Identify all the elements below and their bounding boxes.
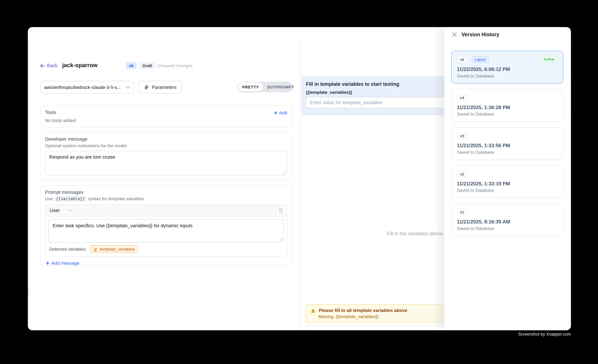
active-badge: Active (540, 56, 557, 63)
version-history-title: Version History (461, 32, 499, 37)
add-message-button[interactable]: Add message (46, 261, 80, 266)
version-id-badge: v4 (457, 94, 467, 101)
latest-badge: Latest (472, 56, 489, 63)
version-saved-status: Saved to Database (457, 74, 558, 78)
parameters-label: Parameters (152, 84, 176, 90)
role-select[interactable]: User (50, 208, 72, 213)
version-timestamp: 11/21/2025, 9:16:39 AM (457, 219, 558, 225)
version-id-badge: v5 (457, 56, 467, 63)
subtitle-suffix: syntax for template variables (88, 196, 144, 201)
detected-variable-name: template_variables (100, 247, 135, 251)
tools-card: Tools Add No tools added (40, 106, 292, 127)
detected-variables-row: Detected variables: template_variables (45, 243, 287, 256)
model-select-value: aws/anthropic/bedrock-claude-3-5-s... (44, 84, 123, 90)
prompt-messages-title: Prompt messages (45, 190, 287, 195)
format-option-pretty[interactable]: PRETTY (238, 82, 263, 91)
version-card-v5[interactable]: v5 Latest Active 11/22/2025, 6:08:12 PM … (451, 51, 563, 83)
prompt-messages-subtitle: Use {{variable}} syntax for template var… (45, 196, 287, 201)
format-toggle: PRETTY DOTPROMPT (237, 82, 293, 92)
detected-variables-label: Detected variables: (49, 247, 87, 251)
drag-handle-icon[interactable] (279, 208, 282, 213)
arrow-left-icon (40, 64, 45, 68)
page-title: jack-sparrow (62, 62, 98, 68)
draft-badge: Draft (140, 62, 155, 69)
prompt-message-block: User Enter task specifics. Use {{templat… (45, 204, 287, 257)
close-icon (452, 32, 457, 37)
watermark: Screenshot by Xnapper.com (518, 332, 571, 336)
add-message-label: Add message (51, 261, 80, 266)
version-history-panel: Version History v5 Latest Active 11/22/2… (444, 27, 571, 330)
variable-syntax-chip: {{variable}} (54, 196, 87, 201)
developer-message-title: Developer message (45, 137, 287, 142)
back-button[interactable]: Back (40, 63, 58, 68)
developer-message-textarea[interactable]: Respond as you are tom cruise (45, 151, 287, 175)
version-badge: v5 (126, 62, 136, 69)
tools-empty-text: No tools added (45, 118, 287, 123)
version-list: v5 Latest Active 11/22/2025, 6:08:12 PM … (451, 51, 563, 241)
role-select-value: User (50, 208, 60, 213)
add-tool-label: Add (279, 110, 287, 116)
back-label: Back (47, 63, 58, 68)
version-card-v3[interactable]: v3 11/21/2025, 1:33:56 PM Saved to Datab… (451, 127, 563, 160)
format-option-dotprompt[interactable]: DOTPROMPT (263, 82, 299, 91)
chevron-down-icon (126, 86, 130, 88)
add-tool-button[interactable]: Add (274, 110, 287, 116)
version-id-badge: v2 (457, 170, 467, 177)
version-timestamp: 11/22/2025, 6:08:12 PM (457, 66, 558, 72)
version-saved-status: Saved to Database (457, 226, 558, 231)
left-edge-accent (28, 287, 29, 298)
version-timestamp: 11/21/2025, 1:33:19 PM (457, 181, 558, 186)
message-textarea[interactable]: Enter task specifics. Use {{template_var… (48, 219, 284, 243)
unsaved-changes-label: Unsaved changes (158, 63, 193, 68)
model-select[interactable]: aws/anthropic/bedrock-claude-3-5-s... (40, 81, 134, 93)
screen: { "colors": { "accent_link": "#2563eb", … (0, 0, 598, 364)
pencil-icon (94, 247, 98, 251)
app-window: Back jack-sparrow v5 Draft Unsaved chang… (28, 27, 571, 330)
prompt-messages-card: Prompt messages Use {{variable}} syntax … (40, 185, 292, 266)
developer-message-subtitle: Optional system instructions for the mod… (45, 143, 287, 148)
chevron-down-icon (69, 209, 72, 212)
version-history-header: Version History (444, 27, 571, 42)
gear-icon (144, 84, 149, 90)
close-button[interactable] (451, 32, 457, 38)
warning-title: Please fill in all template variables ab… (319, 308, 407, 313)
developer-message-card: Developer message Optional system instru… (40, 132, 292, 180)
warning-icon (310, 308, 316, 313)
version-saved-status: Saved to Database (457, 150, 558, 155)
viewport: Back jack-sparrow v5 Draft Unsaved chang… (0, 0, 598, 364)
message-header: User (45, 205, 287, 217)
version-id-badge: v1 (457, 209, 467, 215)
subtitle-prefix: Use (45, 196, 53, 201)
version-timestamp: 11/21/2025, 1:36:28 PM (457, 105, 558, 110)
version-id-badge: v3 (457, 132, 467, 139)
parameters-button[interactable]: Parameters (139, 81, 182, 93)
plus-icon (274, 111, 278, 115)
tools-title: Tools (45, 110, 287, 115)
version-card-v4[interactable]: v4 11/21/2025, 1:36:28 PM Saved to Datab… (451, 89, 563, 122)
version-card-v1[interactable]: v1 11/21/2025, 9:16:39 AM Saved to Datab… (451, 203, 563, 236)
version-saved-status: Saved to Database (457, 112, 558, 116)
plus-icon (46, 261, 50, 265)
message-body: Enter task specifics. Use {{template_var… (45, 217, 287, 243)
detected-variable-chip[interactable]: template_variables (90, 245, 139, 253)
version-card-v2[interactable]: v2 11/21/2025, 1:33:19 PM Saved to Datab… (451, 165, 563, 198)
version-timestamp: 11/21/2025, 1:33:56 PM (457, 143, 558, 148)
version-saved-status: Saved to Database (457, 188, 558, 193)
